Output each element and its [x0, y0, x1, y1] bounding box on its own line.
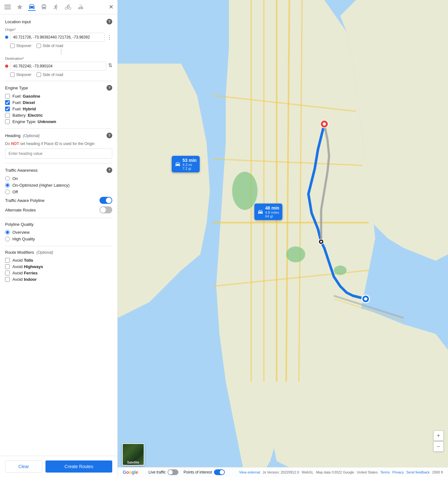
live-traffic-label: Live traffic — [148, 470, 166, 474]
unknown-row: Engine Type: Unknown — [5, 119, 112, 124]
origin-stopover-row: Stopover Side of road — [10, 44, 112, 48]
traffic-optimized-radio[interactable] — [5, 183, 10, 188]
origin-input[interactable] — [10, 33, 105, 42]
privacy-link[interactable]: Privacy — [392, 470, 404, 474]
traffic-on-radio[interactable] — [5, 176, 10, 181]
electric-row: Battery: Electric — [5, 113, 112, 118]
clear-button[interactable]: Clear — [5, 460, 42, 473]
electric-label[interactable]: Battery: Electric — [12, 113, 43, 118]
overview-radio[interactable] — [5, 230, 10, 235]
send-feedback-link[interactable]: Send feedback — [406, 470, 430, 474]
traffic-on-label[interactable]: On — [12, 176, 18, 181]
traffic-off-radio[interactable] — [5, 190, 10, 194]
origin-side-of-road-checkbox[interactable] — [37, 44, 41, 48]
unknown-label[interactable]: Engine Type: Unknown — [12, 119, 56, 124]
avoid-tolls-label[interactable]: Avoid Tolls — [12, 258, 33, 263]
high-quality-radio[interactable] — [5, 237, 10, 241]
route-box-2[interactable]: 48 min 4.8 miles 64 gl — [254, 204, 282, 220]
avoid-indoor-row: Avoid Indoor — [5, 277, 112, 282]
route-2-line1: 4.8 miles — [265, 211, 279, 214]
create-routes-button[interactable]: Create Routes — [45, 460, 112, 473]
avoid-ferries-checkbox[interactable] — [5, 271, 10, 275]
route-box-1-inner: 53 min 4.3 mi 7.2 gl — [183, 158, 196, 170]
avoid-highways-label[interactable]: Avoid Highways — [12, 264, 43, 269]
diesel-row: Fuel: Diesel — [5, 100, 112, 105]
map-background — [118, 0, 448, 477]
alternate-routes-row: Alternate Routes — [5, 206, 112, 213]
origin-stopover-checkbox-label[interactable]: Stopover — [10, 44, 31, 48]
origin-input-row: ⋮ — [5, 33, 112, 42]
diesel-checkbox[interactable] — [5, 100, 10, 105]
overview-label[interactable]: Overview — [12, 230, 30, 235]
hybrid-label[interactable]: Fuel: Hybrid — [12, 107, 36, 111]
map-bottom-left: Google — [123, 470, 138, 475]
origin-stopover-checkbox[interactable] — [10, 44, 15, 48]
poi-toggle[interactable] — [214, 469, 225, 475]
destination-side-of-road-checkbox[interactable] — [37, 73, 41, 77]
svg-rect-1 — [4, 7, 11, 7]
avoid-indoor-checkbox[interactable] — [5, 277, 10, 282]
destination-stopover-checkbox-label[interactable]: Stopover — [10, 73, 31, 77]
heading-header: Heading (Optional) ? — [5, 133, 112, 138]
engine-help-icon[interactable]: ? — [107, 85, 112, 91]
gasoline-checkbox[interactable] — [5, 94, 10, 99]
svg-point-26 — [286, 246, 305, 262]
route-2-line2: 64 gl — [265, 214, 279, 218]
traffic-polyline-toggle[interactable] — [100, 197, 112, 204]
traffic-off-row: Off — [5, 190, 112, 194]
traffic-polyline-knob — [106, 197, 112, 203]
scooter-icon[interactable] — [76, 3, 84, 11]
terms-link[interactable]: Terms — [380, 470, 390, 474]
alternate-routes-label: Alternate Routes — [5, 208, 36, 212]
avoid-ferries-label[interactable]: Avoid Ferries — [12, 271, 38, 275]
js-version: Js Version: 20220912.0 — [263, 470, 299, 474]
zoom-in-button[interactable]: + — [433, 431, 444, 441]
menu-icon[interactable] — [4, 3, 11, 11]
engine-type-section: Engine Type ? Fuel: Gasoline Fuel: Diese… — [5, 85, 112, 124]
route-dots — [10, 49, 112, 54]
live-traffic-toggle[interactable] — [168, 469, 178, 475]
avoid-tolls-checkbox[interactable] — [5, 258, 10, 263]
close-icon[interactable]: ✕ — [109, 3, 114, 10]
unknown-checkbox[interactable] — [5, 119, 10, 124]
star-icon[interactable] — [16, 3, 24, 11]
diesel-label[interactable]: Fuel: Diesel — [12, 100, 35, 105]
car-icon[interactable] — [28, 3, 36, 11]
avoid-highways-checkbox[interactable] — [5, 264, 10, 269]
top-nav: ✕ — [0, 0, 117, 14]
view-external-link[interactable]: View external — [239, 470, 260, 474]
gasoline-label[interactable]: Fuel: Gasoline — [12, 94, 40, 99]
electric-checkbox[interactable] — [5, 113, 10, 118]
destination-stopover-checkbox[interactable] — [10, 73, 15, 77]
traffic-off-label[interactable]: Off — [12, 190, 18, 194]
route-modifiers-section: Route Modifiers (Optional) Avoid Tolls A… — [5, 250, 112, 282]
swap-icon[interactable]: ⇅ — [108, 62, 112, 68]
heading-title: Heading (Optional) — [5, 133, 40, 138]
heading-help-icon[interactable]: ? — [107, 133, 112, 138]
location-help-icon[interactable]: ? — [107, 19, 112, 24]
bus-icon[interactable] — [40, 3, 48, 11]
engine-type-title: Engine Type — [5, 86, 28, 90]
avoid-highways-row: Avoid Highways — [5, 264, 112, 269]
route-box-1[interactable]: 53 min 4.3 mi 7.2 gl — [172, 156, 200, 172]
origin-side-of-road-checkbox-label[interactable]: Side of road — [37, 44, 63, 48]
alternate-routes-toggle[interactable] — [100, 206, 112, 213]
map-area[interactable]: 53 min 4.3 mi 7.2 gl 48 min 4.8 miles 64… — [118, 0, 448, 477]
destination-side-of-road-checkbox-label[interactable]: Side of road — [37, 73, 63, 77]
traffic-optimized-label[interactable]: On-Optimized (Higher Latency) — [12, 183, 70, 188]
modifiers-title: Route Modifiers (Optional) — [5, 250, 53, 255]
traffic-help-icon[interactable]: ? — [107, 167, 112, 173]
route-2-time: 48 min — [265, 205, 279, 211]
walk-icon[interactable] — [52, 3, 60, 11]
satellite-thumbnail[interactable]: Satellite — [122, 443, 144, 466]
zoom-out-button[interactable]: − — [433, 441, 444, 452]
heading-input[interactable] — [5, 149, 112, 159]
traffic-title: Traffic Awareness — [5, 168, 38, 173]
avoid-indoor-label[interactable]: Avoid Indoor — [12, 277, 37, 282]
destination-dot — [5, 65, 8, 68]
hybrid-checkbox[interactable] — [5, 107, 10, 111]
high-quality-label[interactable]: High Quality — [12, 237, 35, 241]
bike-icon[interactable] — [64, 3, 72, 11]
destination-input[interactable] — [10, 62, 106, 71]
origin-more-icon[interactable]: ⋮ — [107, 34, 112, 41]
